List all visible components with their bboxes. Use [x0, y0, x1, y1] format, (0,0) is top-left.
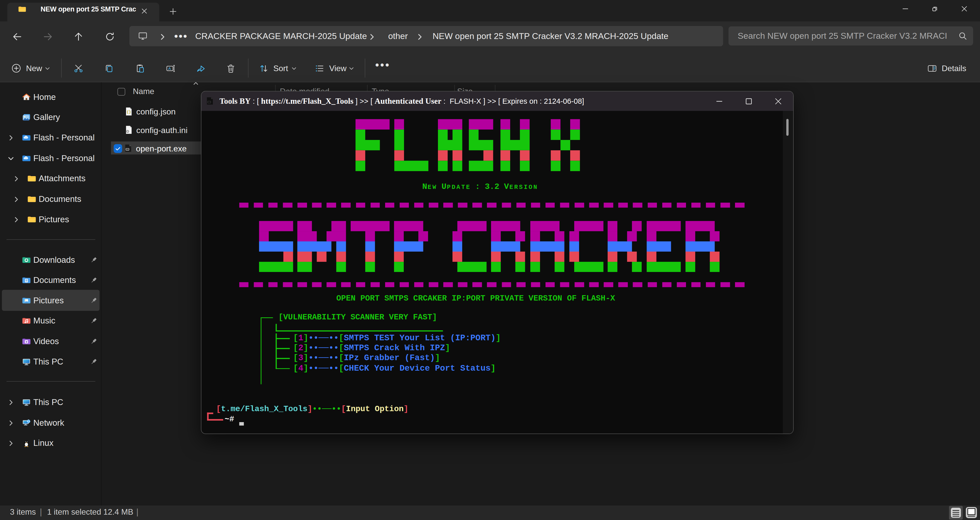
- svg-text:{}: {}: [127, 110, 131, 114]
- svg-text:ICO: ICO: [126, 149, 129, 150]
- svg-text:A: A: [168, 66, 171, 71]
